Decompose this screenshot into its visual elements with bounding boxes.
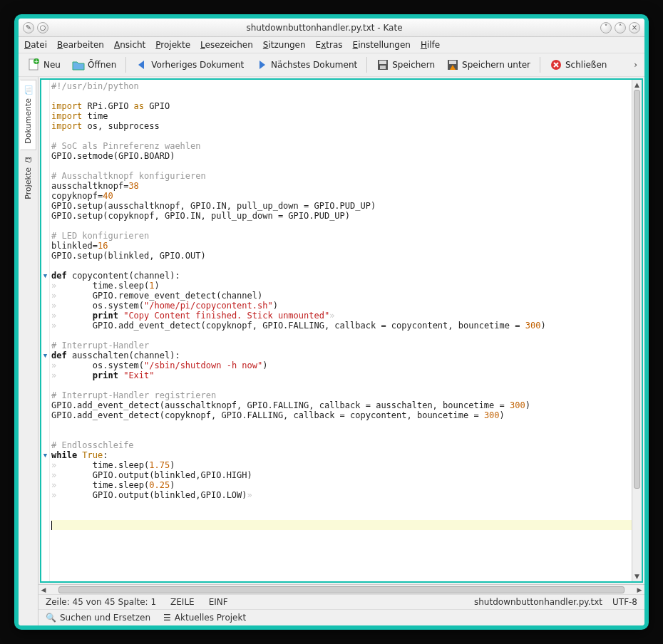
save-as-button[interactable]: Speichern unter xyxy=(441,56,535,74)
status-encoding[interactable]: UTF-8 xyxy=(612,597,637,607)
scroll-up-arrow[interactable]: ▲ xyxy=(632,80,642,90)
new-file-icon: + xyxy=(28,58,41,71)
toolbar: + Neu Öffnen Vorheriges Dokument Nächste… xyxy=(19,53,644,77)
saveas-label: Speichern unter xyxy=(462,60,530,70)
menu-ansicht[interactable]: Ansicht xyxy=(114,40,145,50)
document-icon: 📄 xyxy=(24,86,33,95)
scroll-right-arrow[interactable]: ▶ xyxy=(634,586,644,593)
close-doc-button[interactable]: Schließen xyxy=(545,56,612,74)
svg-rect-5 xyxy=(380,66,386,69)
prev-label: Vorheriges Dokument xyxy=(151,60,244,70)
menu-sitzungen[interactable]: Sitzungen xyxy=(263,40,306,50)
window-title: shutdownbuttonhandler.py.txt - Kate xyxy=(51,23,597,33)
editor[interactable]: ▼ ▼ ▼ #!/usr/bin/python import RPi.GPIO … xyxy=(40,78,643,583)
search-label: Suchen und Ersetzen xyxy=(60,613,150,623)
bottom-panel: 🔍 Suchen und Ersetzen ☰ Aktuelles Projek… xyxy=(38,609,644,625)
current-project-tab[interactable]: ☰ Aktuelles Projekt xyxy=(163,613,246,623)
sidebar-tab-documents[interactable]: Dokumente 📄 xyxy=(20,80,36,150)
documents-label: Dokumente xyxy=(24,98,33,144)
sidebar-tabs: Dokumente 📄 Projekte 🗂 xyxy=(19,77,38,625)
scroll-left-arrow[interactable]: ◀ xyxy=(38,586,48,593)
new-label: Neu xyxy=(43,60,61,70)
menu-lesezeichen[interactable]: Lesezeichen xyxy=(200,40,253,50)
close-label: Schließen xyxy=(565,60,607,70)
close-red-icon xyxy=(550,58,562,71)
toolbar-overflow[interactable]: › xyxy=(631,58,640,71)
menu-bearbeiten[interactable]: Bearbeiten xyxy=(57,40,104,50)
minimize-button[interactable]: ˅ xyxy=(600,22,612,33)
status-linemode[interactable]: ZEILE xyxy=(170,597,195,607)
titlebar[interactable]: ✎ ○ shutdownbuttonhandler.py.txt - Kate … xyxy=(19,19,644,37)
floppy-saveas-icon xyxy=(446,58,459,71)
kate-window: ✎ ○ shutdownbuttonhandler.py.txt - Kate … xyxy=(14,14,649,630)
open-button[interactable]: Öffnen xyxy=(67,56,121,74)
menu-einstellungen[interactable]: Einstellungen xyxy=(353,40,411,50)
toolbar-separator xyxy=(366,57,367,73)
list-icon: ☰ xyxy=(163,613,171,623)
toolbar-separator xyxy=(125,57,126,73)
arrow-left-icon xyxy=(135,58,148,71)
save-button[interactable]: Speichern xyxy=(371,56,440,74)
code-area[interactable]: #!/usr/bin/python import RPi.GPIO as GPI… xyxy=(50,80,632,581)
svg-text:+: + xyxy=(34,58,39,65)
open-folder-icon xyxy=(72,58,85,71)
sidebar-tab-projects[interactable]: Projekte 🗂 xyxy=(20,150,36,206)
horizontal-scrollbar[interactable]: ◀ ▶ xyxy=(38,584,644,594)
menu-projekte[interactable]: Projekte xyxy=(155,40,190,50)
statusbar: Zeile: 45 von 45 Spalte: 1 ZEILE EINF sh… xyxy=(38,594,644,609)
arrow-right-icon xyxy=(255,58,268,71)
binoculars-icon: 🔍 xyxy=(46,613,56,623)
projects-label: Projekte xyxy=(24,167,33,199)
toolbar-separator xyxy=(540,57,540,73)
fold-gutter[interactable]: ▼ ▼ ▼ xyxy=(41,80,50,581)
save-label: Speichern xyxy=(392,60,435,70)
maximize-button[interactable]: ˄ xyxy=(615,22,626,33)
pin-icon[interactable]: ○ xyxy=(37,22,48,33)
close-window-button[interactable]: × xyxy=(629,22,640,33)
svg-rect-7 xyxy=(449,61,456,64)
project-label: Aktuelles Projekt xyxy=(175,613,246,623)
search-replace-tab[interactable]: 🔍 Suchen und Ersetzen xyxy=(46,613,150,623)
prev-doc-button[interactable]: Vorheriges Dokument xyxy=(130,56,249,74)
svg-rect-4 xyxy=(379,61,386,64)
status-filename: shutdownbuttonhandler.py.txt xyxy=(474,597,602,607)
window-menu-icon[interactable]: ✎ xyxy=(23,22,34,33)
vertical-scrollbar[interactable]: ▲ ▼ xyxy=(632,80,642,581)
scroll-down-arrow[interactable]: ▼ xyxy=(632,571,642,581)
status-position[interactable]: Zeile: 45 von 45 Spalte: 1 xyxy=(46,597,156,607)
scroll-thumb[interactable] xyxy=(634,90,640,489)
menu-extras[interactable]: Extras xyxy=(316,40,343,50)
menu-hilfe[interactable]: Hilfe xyxy=(421,40,440,50)
new-button[interactable]: + Neu xyxy=(23,56,66,74)
next-doc-button[interactable]: Nächstes Dokument xyxy=(250,56,362,74)
menubar: Datei Bearbeiten Ansicht Projekte Leseze… xyxy=(19,37,644,53)
next-label: Nächstes Dokument xyxy=(271,60,357,70)
floppy-save-icon xyxy=(376,58,389,71)
status-insert[interactable]: EINF xyxy=(209,597,228,607)
project-icon: 🗂 xyxy=(24,157,33,165)
hscroll-thumb[interactable] xyxy=(58,586,625,593)
open-label: Öffnen xyxy=(88,60,116,70)
menu-datei[interactable]: Datei xyxy=(24,40,47,50)
